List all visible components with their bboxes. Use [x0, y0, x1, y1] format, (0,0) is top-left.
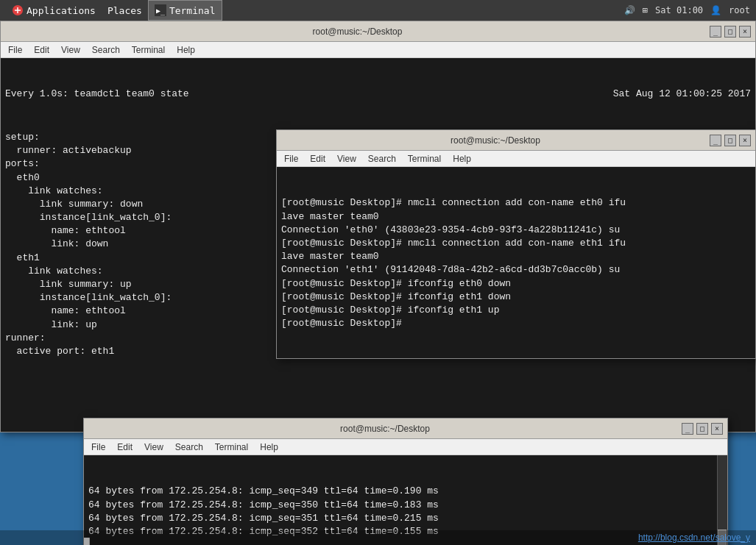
minimize-button-mid[interactable]: _ [710, 135, 721, 146]
menu-file[interactable]: File [4, 43, 27, 57]
bot-menu-terminal[interactable]: Terminal [211, 441, 252, 454]
terminal-bottom-titlebar: root@music:~/Desktop _ □ × [84, 418, 727, 439]
menu-edit[interactable]: Edit [29, 43, 54, 57]
mid-menu-search[interactable]: Search [364, 152, 400, 165]
watermark: http://blog.csdn.net/salove_y [0, 530, 756, 545]
terminal-mid: root@music:~/Desktop _ □ × File Edit Vie… [276, 129, 756, 359]
watch-command: Every 1.0s: teamdctl team0 state [5, 88, 189, 101]
terminal-main-menubar: File Edit View Search Terminal Help [1, 42, 755, 58]
username: root [729, 5, 750, 15]
sound-icon[interactable]: 🔊 [624, 5, 635, 15]
terminal-main-title: root@music:~/Desktop [5, 26, 710, 37]
datetime: Sat 01:00 [655, 5, 703, 15]
minimize-button-bottom[interactable]: _ [682, 423, 693, 435]
taskbar-left: Applications Places ▶_ Terminal [6, 0, 222, 21]
terminal-bottom: root@music:~/Desktop _ □ × File Edit Vie… [83, 418, 728, 545]
desktop: root@music:~/Desktop _ □ × File Edit Vie… [0, 21, 756, 545]
bot-menu-view[interactable]: View [140, 441, 168, 454]
applications-label: Applications [27, 5, 96, 16]
watch-timestamp: Sat Aug 12 01:00:25 2017 [613, 88, 751, 101]
applications-menu[interactable]: Applications [6, 0, 102, 21]
svg-text:▶_: ▶_ [156, 7, 166, 15]
menu-terminal[interactable]: Terminal [127, 43, 169, 57]
terminal-mid-menubar: File Edit View Search Terminal Help [277, 151, 755, 167]
terminal-bottom-title: root@music:~/Desktop [88, 424, 682, 434]
minimize-button[interactable]: _ [710, 26, 721, 38]
terminal-bottom-menubar: File Edit View Search Terminal Help [84, 439, 727, 455]
taskbar-right: 🔊 ⊞ Sat 01:00 👤 root [624, 5, 750, 15]
close-button-bottom[interactable]: × [711, 423, 723, 435]
maximize-button[interactable]: □ [724, 26, 736, 38]
taskbar: Applications Places ▶_ Terminal 🔊 ⊞ Sat … [0, 0, 756, 21]
places-label: Places [107, 5, 142, 16]
mid-menu-edit[interactable]: Edit [305, 152, 330, 165]
bot-menu-search[interactable]: Search [171, 441, 208, 454]
bot-menu-edit[interactable]: Edit [113, 441, 137, 454]
apps-icon [12, 4, 24, 16]
menu-help[interactable]: Help [172, 43, 199, 57]
mid-menu-terminal[interactable]: Terminal [403, 152, 445, 165]
places-menu[interactable]: Places [102, 0, 148, 21]
terminal-mid-content: [root@music Desktop]# nmcli connection a… [281, 196, 751, 330]
taskbar-terminal-button[interactable]: ▶_ Terminal [148, 0, 222, 21]
terminal-icon: ▶_ [155, 4, 166, 16]
menu-view[interactable]: View [57, 43, 85, 57]
terminal-mid-body: [root@music Desktop]# nmcli connection a… [277, 167, 755, 358]
mid-menu-view[interactable]: View [333, 152, 361, 165]
mid-menu-help[interactable]: Help [448, 152, 476, 165]
terminal-mid-titlebar: root@music:~/Desktop _ □ × [277, 130, 755, 151]
menu-search[interactable]: Search [88, 43, 124, 57]
bot-menu-file[interactable]: File [87, 441, 110, 454]
terminal-main-titlebar: root@music:~/Desktop _ □ × [1, 21, 755, 42]
terminal-bottom-controls: _ □ × [682, 423, 723, 435]
terminal-mid-title: root@music:~/Desktop [281, 135, 710, 146]
maximize-button-mid[interactable]: □ [724, 135, 736, 146]
terminal-main-controls: _ □ × [710, 26, 751, 38]
watermark-url: http://blog.csdn.net/salove_y [638, 532, 750, 543]
close-button-mid[interactable]: × [739, 135, 751, 146]
mid-menu-file[interactable]: File [280, 152, 303, 165]
terminal-label: Terminal [169, 5, 216, 16]
maximize-button-bottom[interactable]: □ [696, 423, 708, 435]
display-icon: ⊞ [643, 5, 648, 15]
close-button[interactable]: × [739, 26, 751, 38]
user-icon: 👤 [710, 5, 721, 15]
bot-menu-help[interactable]: Help [255, 441, 283, 454]
terminal-mid-controls: _ □ × [710, 135, 751, 146]
